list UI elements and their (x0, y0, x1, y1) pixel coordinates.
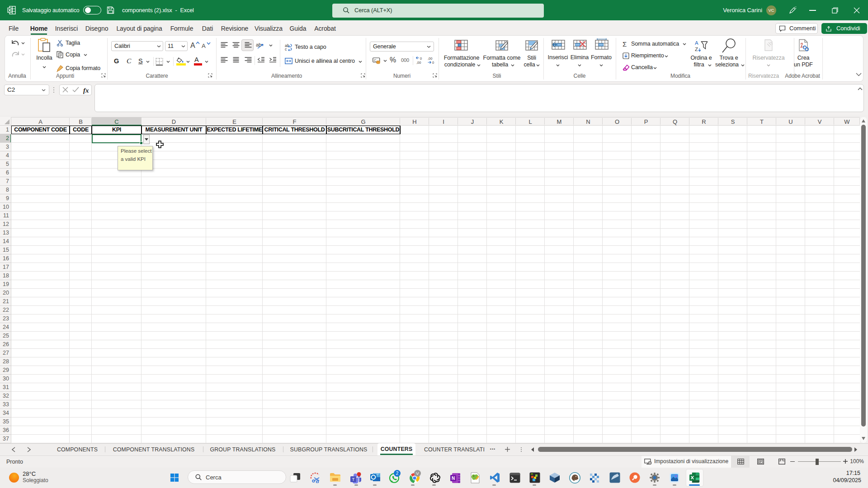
svg-text:Z: Z (695, 47, 698, 52)
svg-text:T: T (352, 477, 355, 482)
svg-text:A: A (695, 40, 698, 46)
svg-text:c: c (285, 47, 287, 51)
svg-text:N: N (452, 476, 455, 481)
svg-text:ab: ab (256, 42, 261, 47)
